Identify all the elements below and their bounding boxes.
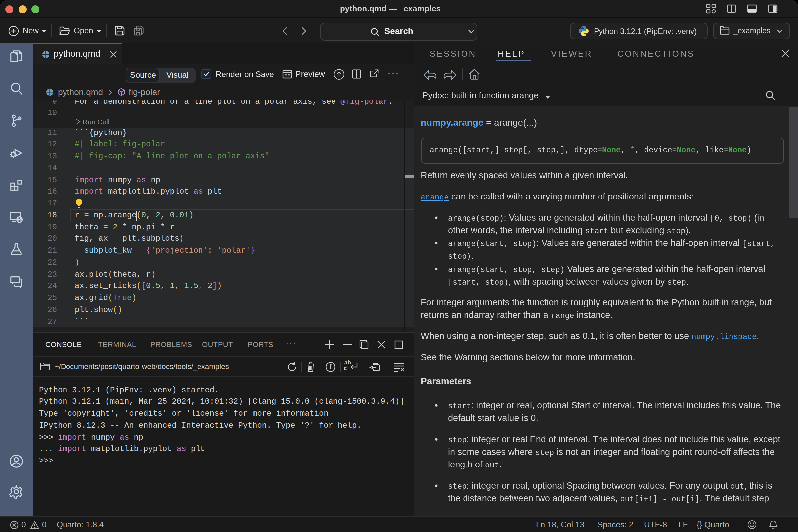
svg-text:c: c	[343, 365, 346, 371]
